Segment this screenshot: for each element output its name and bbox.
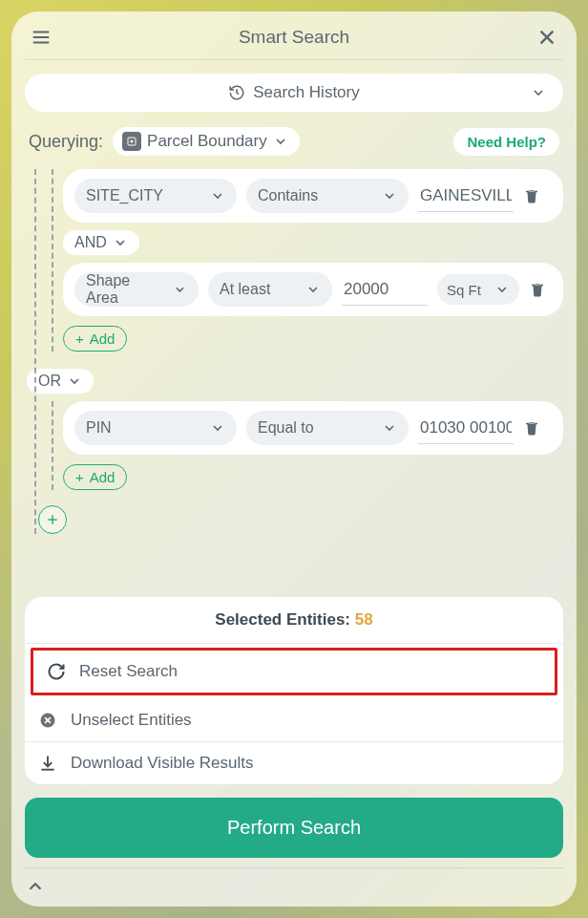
selected-label: Selected Entities: (215, 610, 350, 629)
close-circle-icon (38, 711, 57, 730)
field-select[interactable]: Shape Area (74, 272, 199, 307)
selected-entities-header: Selected Entities: 58 (25, 597, 563, 644)
value-input[interactable] (342, 274, 428, 306)
need-help-button[interactable]: Need Help? (453, 128, 559, 156)
chevron-down-icon (305, 282, 321, 297)
tree-line (52, 401, 53, 490)
plus-icon (46, 513, 59, 526)
unit-value: Sq Ft (447, 282, 481, 298)
selected-count: 58 (355, 610, 373, 629)
querying-label: Querying: (29, 132, 103, 152)
chevron-down-icon (210, 420, 225, 436)
results-actions-panel: Selected Entities: 58 Reset Search Unsel… (25, 597, 563, 784)
unit-select[interactable]: Sq Ft (437, 274, 519, 305)
logic-operator-label: AND (74, 234, 107, 251)
tree-line (34, 169, 36, 534)
add-label: Add (90, 469, 116, 485)
chevron-down-icon (531, 85, 546, 100)
operator-value: Contains (258, 187, 318, 204)
operator-select[interactable]: Equal to (246, 411, 409, 445)
layer-icon (122, 132, 141, 151)
chevron-down-icon (494, 282, 510, 297)
plus-icon: + (75, 331, 84, 347)
add-condition-button[interactable]: + Add (63, 464, 127, 490)
header: Smart Search (25, 23, 563, 60)
chevron-down-icon (382, 188, 397, 203)
unselect-entities-button[interactable]: Unselect Entities (25, 699, 563, 742)
search-history-dropdown[interactable]: Search History (25, 74, 563, 112)
condition-row: Shape Area At least Sq Ft (63, 263, 563, 316)
chevron-down-icon (382, 420, 397, 436)
value-input[interactable] (418, 413, 514, 444)
perform-search-button[interactable]: Perform Search (25, 798, 563, 858)
plus-icon: + (75, 469, 84, 485)
menu-icon[interactable] (31, 27, 52, 48)
delete-icon[interactable] (523, 187, 540, 204)
field-value: SITE_CITY (86, 187, 163, 204)
layer-selector[interactable]: Parcel Boundary (113, 127, 300, 156)
field-value: PIN (86, 419, 112, 437)
chevron-down-icon (210, 188, 225, 203)
delete-icon[interactable] (529, 281, 546, 298)
add-group-button[interactable] (38, 505, 67, 534)
chevron-down-icon (273, 134, 288, 149)
field-select[interactable]: SITE_CITY (74, 179, 237, 213)
querying-row: Querying: Parcel Boundary Need Help? (25, 125, 563, 169)
field-value: Shape Area (86, 272, 159, 307)
add-condition-button[interactable]: + Add (63, 326, 127, 352)
chevron-down-icon (67, 374, 82, 389)
condition-row: SITE_CITY Contains (63, 169, 563, 223)
delete-icon[interactable] (523, 419, 540, 437)
chevron-down-icon (173, 282, 187, 297)
download-label: Download Visible Results (71, 754, 254, 773)
page-title: Smart Search (52, 27, 536, 48)
history-label: Search History (253, 83, 359, 102)
history-icon (228, 84, 245, 101)
reset-search-highlight: Reset Search (31, 648, 557, 695)
condition-group: SITE_CITY Contains AND Shape Area (42, 169, 563, 352)
operator-value: At least (220, 281, 270, 298)
condition-row: PIN Equal to (63, 401, 563, 455)
logic-operator-select[interactable]: OR (27, 369, 94, 394)
operator-value: Equal to (258, 419, 314, 437)
logic-operator-label: OR (38, 373, 61, 390)
svg-point-6 (131, 140, 134, 143)
perform-label: Perform Search (227, 817, 361, 838)
unselect-label: Unselect Entities (71, 711, 192, 730)
chevron-down-icon (113, 235, 128, 250)
close-icon[interactable] (536, 27, 557, 48)
add-label: Add (90, 331, 116, 347)
reset-label: Reset Search (79, 662, 178, 681)
field-select[interactable]: PIN (74, 411, 237, 445)
download-icon (38, 754, 57, 773)
tree-line (52, 169, 53, 352)
download-results-button[interactable]: Download Visible Results (25, 742, 563, 784)
condition-group: PIN Equal to + Add (42, 401, 563, 490)
smart-search-panel: Smart Search Search History Querying: Pa… (11, 11, 577, 907)
refresh-icon (47, 662, 66, 681)
query-builder: SITE_CITY Contains AND Shape Area (25, 169, 563, 534)
reset-search-button[interactable]: Reset Search (33, 651, 555, 693)
operator-select[interactable]: At least (208, 272, 332, 307)
value-input[interactable] (418, 181, 514, 212)
chevron-up-icon (25, 876, 46, 897)
collapse-panel-button[interactable] (25, 868, 563, 897)
layer-name: Parcel Boundary (147, 132, 267, 151)
logic-operator-select[interactable]: AND (63, 230, 139, 255)
operator-select[interactable]: Contains (246, 179, 409, 213)
